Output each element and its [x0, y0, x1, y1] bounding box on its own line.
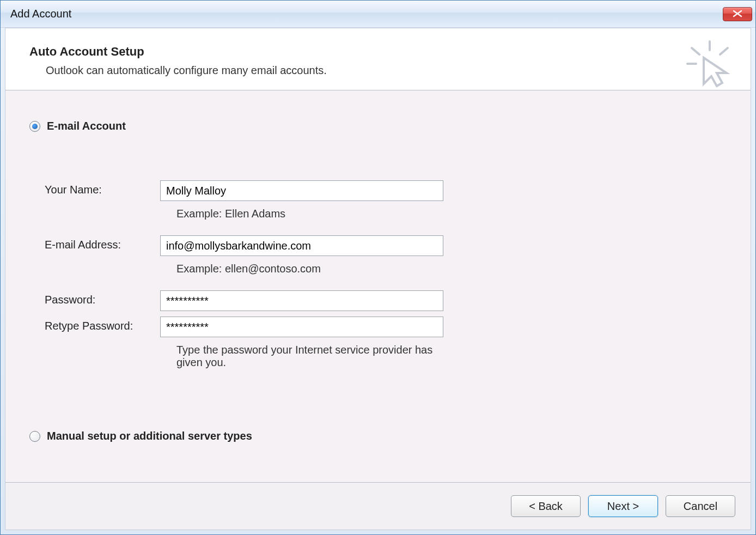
retype-password-label: Retype Password: [45, 317, 159, 337]
radio-email-account-label: E-mail Account [47, 120, 126, 132]
footer: < Back Next > Cancel [5, 483, 751, 530]
password-hint: Type the password your Internet service … [160, 343, 443, 369]
content-pane: E-mail Account Your Name: Example: Ellen… [5, 90, 751, 483]
password-input[interactable] [160, 290, 443, 311]
back-button[interactable]: < Back [511, 495, 581, 517]
radio-manual[interactable] [29, 431, 40, 442]
retype-password-input[interactable] [160, 317, 443, 337]
name-label: Your Name: [45, 180, 159, 201]
email-input[interactable] [160, 235, 443, 256]
close-icon [733, 8, 742, 20]
dialog-body: Auto Account Setup Outlook can automatic… [5, 28, 751, 530]
header-pane: Auto Account Setup Outlook can automatic… [5, 28, 751, 90]
window-title: Add Account [10, 8, 723, 20]
radio-email-account[interactable] [29, 121, 40, 132]
svg-line-1 [692, 48, 699, 54]
email-label: E-mail Address: [45, 235, 159, 256]
radio-email-account-row[interactable]: E-mail Account [29, 120, 729, 132]
radio-manual-row[interactable]: Manual setup or additional server types [29, 430, 729, 442]
email-hint: Example: ellen@contoso.com [160, 262, 443, 285]
header-subtitle: Outlook can automatically configure many… [46, 64, 729, 77]
name-hint: Example: Ellen Adams [160, 206, 443, 230]
name-input[interactable] [160, 180, 443, 201]
close-button[interactable] [723, 7, 752, 21]
svg-line-2 [720, 48, 728, 54]
field-grid: Your Name: Example: Ellen Adams E-mail A… [45, 180, 729, 369]
password-label: Password: [45, 290, 159, 311]
titlebar: Add Account [1, 1, 755, 28]
add-account-dialog: Add Account Auto Account Setup Outlook c… [0, 0, 756, 535]
next-button[interactable]: Next > [588, 495, 658, 517]
radio-manual-label: Manual setup or additional server types [47, 430, 252, 442]
header-title: Auto Account Setup [29, 45, 729, 59]
cancel-button[interactable]: Cancel [666, 495, 735, 517]
cursor-click-icon [685, 39, 734, 88]
